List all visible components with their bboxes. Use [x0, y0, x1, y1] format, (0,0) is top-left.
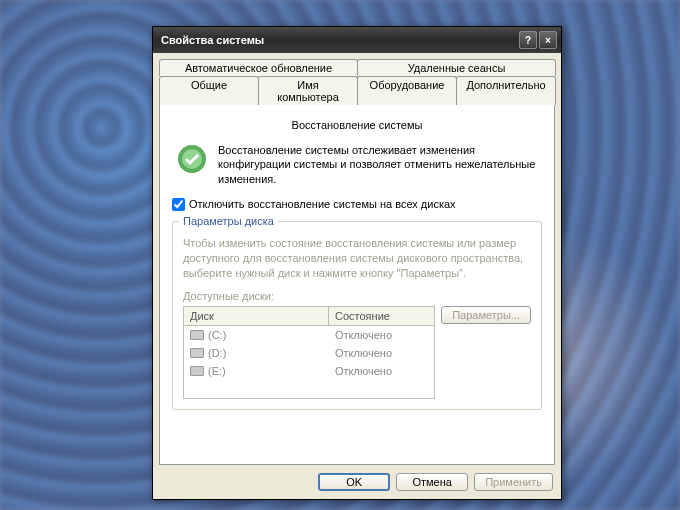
tab-remote[interactable]: Удаленные сеансы	[357, 59, 556, 76]
groupbox-description: Чтобы изменить состояние восстановления …	[183, 236, 531, 281]
drive-state: Отключено	[329, 364, 434, 378]
drive-state: Отключено	[329, 328, 434, 342]
tab-general[interactable]: Общие	[159, 76, 259, 105]
window-title: Свойства системы	[161, 34, 517, 46]
tab-panel-system-restore: Восстановление системы Восстановление си…	[159, 105, 555, 465]
drives-header: Диск Состояние	[184, 307, 434, 326]
drive-icon	[190, 366, 204, 376]
active-tab-title: Восстановление системы	[172, 115, 542, 139]
tab-computer-name[interactable]: Имя компьютера	[258, 76, 358, 105]
titlebar[interactable]: Свойства системы ? ×	[153, 27, 561, 53]
close-button[interactable]: ×	[539, 31, 557, 49]
help-button[interactable]: ?	[519, 31, 537, 49]
tab-advanced[interactable]: Дополнительно	[456, 76, 556, 105]
drive-state: Отключено	[329, 346, 434, 360]
available-disks-label: Доступные диски:	[183, 290, 531, 302]
disk-settings-group: Параметры диска Чтобы изменить состояние…	[172, 221, 542, 411]
table-row[interactable]: (E:) Отключено	[184, 362, 434, 380]
tab-hardware[interactable]: Оборудование	[357, 76, 457, 105]
disable-restore-label[interactable]: Отключить восстановление системы на всех…	[189, 198, 456, 210]
table-row[interactable]: (D:) Отключено	[184, 344, 434, 362]
table-row[interactable]: (C:) Отключено	[184, 326, 434, 344]
drive-icon	[190, 330, 204, 340]
drive-settings-button: Параметры...	[441, 306, 531, 324]
drive-icon	[190, 348, 204, 358]
restore-icon	[176, 143, 208, 175]
drive-name: (D:)	[208, 347, 226, 359]
tab-auto-updates[interactable]: Автоматическое обновление	[159, 59, 358, 76]
intro-text: Восстановление системы отслеживает измен…	[218, 143, 538, 186]
system-properties-window: Свойства системы ? × Автоматическое обно…	[152, 26, 562, 500]
dialog-button-bar: OK Отмена Применить	[153, 465, 561, 499]
drive-name: (C:)	[208, 329, 226, 341]
intro-section: Восстановление системы отслеживает измен…	[172, 139, 542, 196]
groupbox-title: Параметры диска	[179, 215, 278, 227]
tabs-container: Автоматическое обновление Удаленные сеан…	[153, 53, 561, 465]
drives-list[interactable]: Диск Состояние (C:) Отключено (D:) Отклю…	[183, 306, 435, 399]
ok-button[interactable]: OK	[318, 473, 390, 491]
drive-name: (E:)	[208, 365, 226, 377]
disable-restore-checkbox[interactable]	[172, 198, 185, 211]
apply-button: Применить	[474, 473, 553, 491]
cancel-button[interactable]: Отмена	[396, 473, 468, 491]
column-state[interactable]: Состояние	[329, 307, 434, 325]
column-disk[interactable]: Диск	[184, 307, 329, 325]
